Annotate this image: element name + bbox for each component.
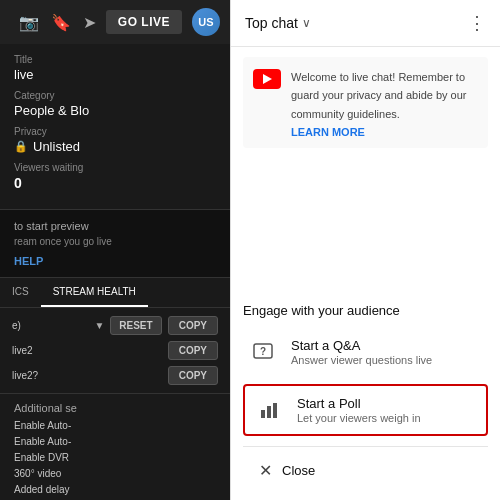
title-row: Title live [14,54,216,82]
engage-section: Engage with your audience ? Start a Q&A … [231,303,500,500]
added-delay-label: Added delay [14,484,216,495]
copy-button-1[interactable]: COPY [168,316,218,335]
chat-title-row: Top chat ∨ [245,15,311,31]
stream-key-row-3: live2? COPY [12,366,218,385]
stream-key-row-1: e) ▼ RESET COPY [12,316,218,335]
copy-button-3[interactable]: COPY [168,366,218,385]
poll-text-block: Start a Poll Let your viewers weigh in [297,396,478,424]
category-label: Category [14,90,216,101]
title-label: Title [14,54,216,65]
svg-text:?: ? [260,346,266,357]
preview-stream-text: ream once you go live [14,236,112,247]
welcome-text: Welcome to live chat! Remember to guard … [291,71,467,120]
setting-row-1: Enable Auto- [14,420,216,431]
help-link[interactable]: HELP [14,255,43,267]
close-label: Close [282,463,315,478]
chevron-down-icon[interactable]: ∨ [302,16,311,30]
reset-button[interactable]: RESET [110,316,161,335]
go-live-button[interactable]: GO LIVE [106,10,182,34]
share-icon[interactable]: ➤ [83,13,96,32]
viewers-count: 0 [14,175,216,191]
privacy-value-row: 🔒 Unlisted [14,139,216,154]
camera-icon[interactable]: 📷 [19,13,39,32]
learn-more-link[interactable]: LEARN MORE [291,126,478,138]
poll-subtitle: Let your viewers weigh in [297,412,478,424]
privacy-value: Unlisted [33,139,80,154]
qa-icon: ? [247,336,279,368]
poll-item[interactable]: Start a Poll Let your viewers weigh in [243,384,488,436]
svg-rect-3 [267,406,271,418]
qa-subtitle: Answer viewer questions live [291,354,484,366]
setting-row-3: Enable DVR [14,452,216,463]
title-value: live [14,67,216,82]
dropdown-arrow-icon: ▼ [94,320,104,331]
preview-start-text: to start preview [14,220,89,232]
viewers-row: Viewers waiting 0 [14,162,216,191]
lock-icon: 🔒 [14,140,28,153]
tab-stream-health[interactable]: STREAM HEALTH [41,278,148,307]
privacy-row: Privacy 🔒 Unlisted [14,126,216,154]
avatar[interactable]: US [192,8,220,36]
tabs-row: ICS STREAM HEALTH [0,277,230,308]
key-label-3: live2? [12,370,162,381]
youtube-logo-icon [253,69,281,89]
additional-settings-section: Additional se Enable Auto- Enable Auto- … [0,393,230,500]
main-container: 📷 🔖 ➤ GO LIVE US Title live Category Peo… [0,0,500,500]
top-bar: 📷 🔖 ➤ GO LIVE US [0,0,230,44]
key-label-2: live2 [12,345,162,356]
close-row[interactable]: ✕ Close [243,451,488,490]
stream-keys-section: e) ▼ RESET COPY live2 COPY live2? COPY [0,308,230,393]
divider [243,446,488,447]
chat-header: Top chat ∨ ⋮ [231,0,500,47]
top-bar-icons: 📷 🔖 ➤ [19,13,96,32]
key-dropdown-row: e) ▼ [12,320,104,331]
chat-title: Top chat [245,15,298,31]
additional-settings-label: Additional se [14,402,216,414]
right-panel: Top chat ∨ ⋮ Welcome to live chat! Remem… [230,0,500,500]
bookmark-icon[interactable]: 🔖 [51,13,71,32]
poll-title: Start a Poll [297,396,478,411]
youtube-play-icon [263,74,272,84]
key-label-1: e) [12,320,88,331]
stream-info-section: Title live Category People & Blo Privacy… [0,44,230,210]
qa-item[interactable]: ? Start a Q&A Answer viewer questions li… [243,330,488,374]
copy-button-2[interactable]: COPY [168,341,218,360]
setting-row-2: Enable Auto- [14,436,216,447]
chat-messages-area: Welcome to live chat! Remember to guard … [231,47,500,303]
engage-title: Engage with your audience [243,303,488,318]
category-row: Category People & Blo [14,90,216,118]
more-options-icon[interactable]: ⋮ [468,12,486,34]
svg-rect-2 [261,410,265,418]
qa-text-block: Start a Q&A Answer viewer questions live [291,338,484,366]
welcome-text-block: Welcome to live chat! Remember to guard … [291,67,478,138]
viewers-label: Viewers waiting [14,162,216,173]
stream-key-row-2: live2 COPY [12,341,218,360]
setting-row-4: 360° video [14,468,216,479]
welcome-message: Welcome to live chat! Remember to guard … [243,57,488,148]
preview-area: to start preview ream once you go live H… [0,210,230,277]
close-icon: ✕ [259,461,272,480]
left-panel: 📷 🔖 ➤ GO LIVE US Title live Category Peo… [0,0,230,500]
svg-rect-4 [273,403,277,418]
privacy-label: Privacy [14,126,216,137]
category-value: People & Blo [14,103,216,118]
poll-icon [253,394,285,426]
qa-title: Start a Q&A [291,338,484,353]
tab-analytics[interactable]: ICS [0,278,41,307]
